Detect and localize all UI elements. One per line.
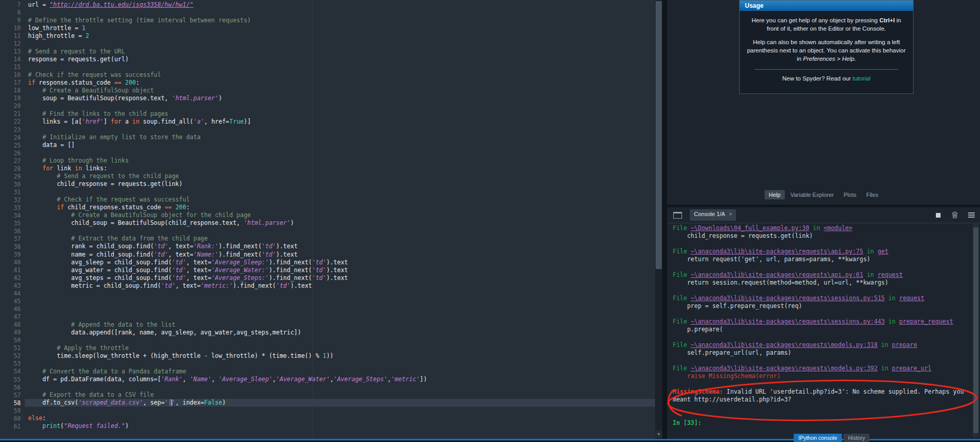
line-number[interactable]: 27 xyxy=(0,157,21,165)
tab-variable-explorer[interactable]: Variable Explorer xyxy=(786,190,838,199)
traceback-link[interactable]: ~\anaconda3\lib\site-packages\requests\s… xyxy=(691,294,885,302)
code-line[interactable]: # Check if the request was successful xyxy=(28,196,427,204)
tab-ipython-console[interactable]: IPython console xyxy=(794,434,842,442)
trash-icon[interactable] xyxy=(951,211,958,221)
code-line[interactable] xyxy=(28,360,427,368)
line-number[interactable]: 36 xyxy=(0,227,21,235)
line-number[interactable]: 9 xyxy=(0,17,21,24)
traceback-link[interactable]: ~\anaconda3\lib\site-packages\requests\a… xyxy=(691,271,863,278)
line-number[interactable]: 38 xyxy=(0,243,21,251)
code-line[interactable]: metric = child_soup.find('td', text='met… xyxy=(28,282,427,290)
code-line[interactable]: if child_response.status_code == 200: xyxy=(28,204,427,211)
traceback-link[interactable]: prepare_url xyxy=(892,365,931,372)
options-menu-icon[interactable] xyxy=(968,212,975,219)
code-line[interactable]: for link in links: xyxy=(28,165,427,172)
traceback-link[interactable]: ~\anaconda3\lib\site-packages\requests\s… xyxy=(691,318,885,325)
line-number[interactable]: 29 xyxy=(0,173,21,181)
traceback-link[interactable]: request xyxy=(899,294,924,302)
line-number[interactable]: 45 xyxy=(0,298,21,305)
line-number[interactable]: 10 xyxy=(0,24,21,32)
traceback-link[interactable]: ~\anaconda3\lib\site-packages\requests\m… xyxy=(691,365,878,372)
console-tab[interactable]: Console 1/A× xyxy=(690,209,736,221)
line-number[interactable]: 42 xyxy=(0,274,21,282)
console-scrollbar-thumb[interactable] xyxy=(973,227,978,433)
close-icon[interactable]: × xyxy=(729,211,732,217)
line-number[interactable]: 46 xyxy=(0,305,21,313)
code-line[interactable]: print("Request failed.") xyxy=(28,422,427,430)
traceback-link[interactable]: request xyxy=(878,271,903,278)
line-number[interactable]: 39 xyxy=(0,251,21,259)
line-number[interactable]: 32 xyxy=(0,196,21,204)
code-line[interactable]: # Check if the request was successful xyxy=(28,71,427,79)
code-line[interactable]: links = [a['href'] for a in soup.find_al… xyxy=(28,118,427,126)
line-number[interactable]: 40 xyxy=(0,259,21,266)
line-number[interactable]: 54 xyxy=(0,368,21,376)
code-line[interactable]: avg_steps = child_soup.find('td', text='… xyxy=(28,274,427,282)
code-line[interactable]: response = requests.get(url) xyxy=(28,56,427,63)
line-number[interactable]: 55 xyxy=(0,376,21,384)
line-number[interactable]: 16 xyxy=(0,71,21,79)
code-line[interactable]: # Send a request to the child page xyxy=(28,172,427,180)
line-number[interactable]: 52 xyxy=(0,352,21,360)
line-number[interactable]: 58 xyxy=(0,399,21,407)
line-number[interactable]: 49 xyxy=(0,329,21,337)
line-number[interactable]: 21 xyxy=(0,110,21,118)
code-line[interactable]: df = pd.DataFrame(data, columns=['Rank',… xyxy=(28,376,427,383)
code-line[interactable]: # Create a BeautifulSoup object for the … xyxy=(28,211,427,219)
line-number[interactable]: 57 xyxy=(0,392,21,399)
line-number[interactable]: 28 xyxy=(0,165,21,173)
code-line[interactable] xyxy=(28,102,427,110)
code-editor-pane[interactable]: 7891011121314151617181920212223242526272… xyxy=(0,0,655,439)
line-number[interactable]: 37 xyxy=(0,235,21,243)
line-number[interactable]: 25 xyxy=(0,142,21,150)
code-line[interactable] xyxy=(28,290,427,298)
line-number[interactable]: 22 xyxy=(0,118,21,126)
editor-code[interactable]: url = "http://drd.ba.ttu.edu/isqs3358/hw… xyxy=(28,1,427,430)
code-line[interactable] xyxy=(28,227,427,235)
code-line[interactable] xyxy=(28,305,427,313)
code-line[interactable]: else: xyxy=(28,414,427,422)
code-line[interactable]: url = "http://drd.ba.ttu.edu/isqs3358/hw… xyxy=(28,1,427,9)
scroll-down-arrow-icon[interactable]: ▾ xyxy=(655,431,662,438)
traceback-link[interactable]: get xyxy=(878,248,889,255)
code-line[interactable]: # Create a BeautifulSoup object xyxy=(28,87,427,95)
code-line[interactable]: time.sleep(low_throttle + (high_throttle… xyxy=(28,352,427,360)
line-number[interactable]: 19 xyxy=(0,95,21,102)
line-number[interactable]: 51 xyxy=(0,344,21,352)
traceback-link[interactable]: <module> xyxy=(824,224,852,232)
line-number[interactable]: 53 xyxy=(0,360,21,368)
line-number[interactable]: 59 xyxy=(0,407,21,415)
code-line[interactable]: # Send a request to the URL xyxy=(28,48,427,56)
line-number[interactable]: 11 xyxy=(0,32,21,40)
traceback-link[interactable]: prepare_request xyxy=(899,318,953,325)
line-number[interactable]: 34 xyxy=(0,212,21,220)
line-number[interactable]: 8 xyxy=(0,9,21,17)
line-number[interactable]: 23 xyxy=(0,126,21,134)
line-number[interactable]: 7 xyxy=(0,1,21,9)
editor-scrollbar-thumb[interactable] xyxy=(656,1,662,269)
tab-files[interactable]: Files xyxy=(862,190,882,199)
code-line[interactable] xyxy=(28,9,427,17)
code-line[interactable]: data = [] xyxy=(28,141,427,149)
tab-history[interactable]: History xyxy=(843,434,870,442)
code-line[interactable] xyxy=(28,40,427,48)
line-number[interactable]: 48 xyxy=(0,321,21,329)
interrupt-kernel-icon[interactable] xyxy=(936,213,941,218)
code-line[interactable] xyxy=(28,63,427,71)
code-line[interactable]: data.append([rank, name, avg_sleep, avg_… xyxy=(28,329,427,337)
traceback-link[interactable]: ~\Downloads\04_full_example.py:30 xyxy=(691,224,809,232)
traceback-link[interactable]: prepare xyxy=(892,341,917,349)
editor-gutter[interactable]: 7891011121314151617181920212223242526272… xyxy=(0,1,25,431)
code-line[interactable]: rank = child_soup.find('td', text='Rank:… xyxy=(28,243,427,250)
code-line[interactable]: # Initialize an empty list to store the … xyxy=(28,133,427,141)
line-number[interactable]: 56 xyxy=(0,384,21,392)
code-line[interactable] xyxy=(28,383,427,391)
line-number[interactable]: 30 xyxy=(0,181,21,189)
line-number[interactable]: 15 xyxy=(0,63,21,71)
line-number[interactable]: 47 xyxy=(0,313,21,321)
code-line[interactable]: # Convert the data to a Pandas dataframe xyxy=(28,368,427,376)
traceback-link[interactable]: ~\anaconda3\lib\site-packages\requests\m… xyxy=(691,341,878,349)
code-line[interactable]: # Apply the throttle xyxy=(28,344,427,352)
traceback-link[interactable]: ~\anaconda3\lib\site-packages\requests\a… xyxy=(691,248,863,255)
code-line[interactable]: name = child_soup.find('td', text='Name:… xyxy=(28,251,427,259)
